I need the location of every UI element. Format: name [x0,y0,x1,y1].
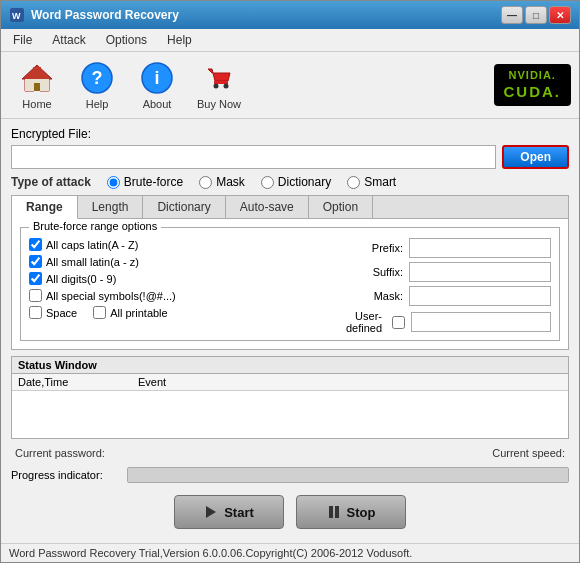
home-button[interactable]: Home [9,56,65,114]
radio-dictionary[interactable]: Dictionary [261,175,331,189]
main-window: W Word Password Recovery — □ ✕ File Atta… [0,0,580,563]
svg-marker-10 [208,69,230,81]
help-icon: ? [79,60,115,96]
action-buttons: Start Stop [11,489,569,535]
brute-force-options: All caps latin(A - Z) All small latin(a … [29,238,551,334]
prefix-input[interactable] [409,238,551,258]
check-space-label: Space [46,307,77,319]
suffix-row: Suffix: [331,262,551,282]
check-printable-label: All printable [110,307,167,319]
status-bar-text: Word Password Recovery Trial,Version 6.0… [9,547,412,559]
bottom-info: Current password: Current speed: [11,445,569,461]
suffix-label: Suffix: [331,266,403,278]
brute-force-group: Brute-force range options All caps latin… [20,227,560,341]
toolbar: Home ? Help i About [1,52,579,119]
radio-dictionary-label: Dictionary [278,175,331,189]
check-small-label: All small latin(a - z) [46,256,139,268]
svg-text:W: W [12,11,21,21]
encrypted-file-input[interactable] [11,145,496,169]
svg-rect-16 [335,506,339,518]
status-col-date: Date,Time [18,376,138,388]
radio-mask[interactable]: Mask [199,175,245,189]
svg-text:i: i [154,68,159,88]
suffix-input[interactable] [409,262,551,282]
check-space[interactable]: Space [29,306,77,319]
home-icon [19,60,55,96]
title-controls: — □ ✕ [501,6,571,24]
radio-smart[interactable]: Smart [347,175,396,189]
svg-rect-3 [33,67,41,75]
status-table-header: Date,Time Event [12,374,568,391]
attack-type-label: Type of attack [11,175,91,189]
tabs-panel: Range Length Dictionary Auto-save Option… [11,195,569,350]
menu-options[interactable]: Options [98,31,155,49]
prefix-label: Prefix: [331,242,403,254]
user-defined-row: User-defined [331,310,551,334]
svg-rect-5 [34,83,40,91]
current-speed-label: Current speed: [492,447,565,459]
svg-marker-14 [206,506,216,518]
radio-brute-force[interactable]: Brute-force [107,175,183,189]
status-body [12,391,568,438]
tab-range[interactable]: Range [12,196,78,219]
close-button[interactable]: ✕ [549,6,571,24]
status-bar: Word Password Recovery Trial,Version 6.0… [1,543,579,562]
attack-type-section: Type of attack Brute-force Mask Dictiona… [11,175,569,189]
stop-button[interactable]: Stop [296,495,406,529]
tab-option[interactable]: Option [309,196,373,218]
check-caps[interactable]: All caps latin(A - Z) [29,238,331,251]
help-button[interactable]: ? Help [69,56,125,114]
open-button[interactable]: Open [502,145,569,169]
play-icon [204,505,218,519]
radio-brute-force-label: Brute-force [124,175,183,189]
check-digits[interactable]: All digits(0 - 9) [29,272,331,285]
svg-text:?: ? [92,68,103,88]
menu-help[interactable]: Help [159,31,200,49]
menu-attack[interactable]: Attack [44,31,93,49]
cuda-badge: NVIDIA. CUDA. [494,64,572,106]
stop-label: Stop [347,505,376,520]
check-caps-label: All caps latin(A - Z) [46,239,138,251]
brute-right-column: Prefix: Suffix: Mask: [331,238,551,334]
progress-indicator-label: Progress indicator: [11,469,121,481]
maximize-button[interactable]: □ [525,6,547,24]
status-col-event: Event [138,376,562,388]
progress-row: Progress indicator: [11,467,569,483]
check-special-label: All special symbols(!@#...) [46,290,176,302]
window-title: Word Password Recovery [31,8,179,22]
about-label: About [143,98,172,110]
menu-file[interactable]: File [5,31,40,49]
check-special[interactable]: All special symbols(!@#...) [29,289,331,302]
check-small[interactable]: All small latin(a - z) [29,255,331,268]
mask-input[interactable] [409,286,551,306]
title-bar: W Word Password Recovery — □ ✕ [1,1,579,29]
tab-length[interactable]: Length [78,196,144,218]
cuda-text: CUDA. [504,82,562,102]
svg-point-13 [224,84,229,89]
about-icon: i [139,60,175,96]
svg-rect-15 [329,506,333,518]
about-button[interactable]: i About [129,56,185,114]
status-window-title: Status Window [12,357,568,374]
start-button[interactable]: Start [174,495,284,529]
check-printable[interactable]: All printable [93,306,167,319]
cart-icon [201,60,237,96]
title-bar-left: W Word Password Recovery [9,7,179,23]
prefix-row: Prefix: [331,238,551,258]
tab-autosave[interactable]: Auto-save [226,196,309,218]
home-label: Home [22,98,51,110]
radio-mask-label: Mask [216,175,245,189]
current-password-label: Current password: [15,447,105,459]
brute-group-title: Brute-force range options [29,220,161,232]
user-defined-input[interactable] [411,312,551,332]
minimize-button[interactable]: — [501,6,523,24]
brute-left-column: All caps latin(A - Z) All small latin(a … [29,238,331,334]
attack-radio-group: Brute-force Mask Dictionary Smart [107,175,396,189]
user-defined-checkbox[interactable] [392,316,405,329]
buynow-label: Buy Now [197,98,241,110]
help-label: Help [86,98,109,110]
tab-dictionary[interactable]: Dictionary [143,196,225,218]
status-window: Status Window Date,Time Event [11,356,569,439]
encrypted-file-section: Encrypted File: Open [11,127,569,169]
buynow-button[interactable]: Buy Now [189,56,249,114]
